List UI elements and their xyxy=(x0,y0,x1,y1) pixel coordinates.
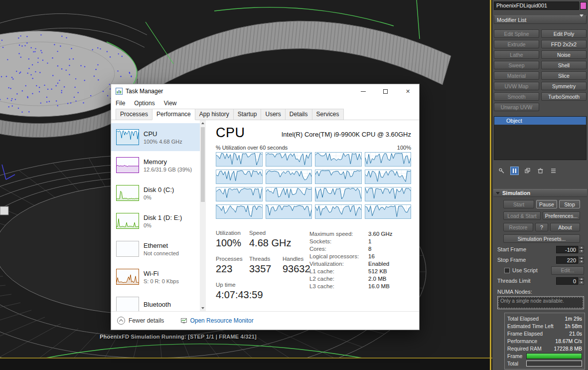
fewer-details-button[interactable]: Fewer details xyxy=(117,317,164,325)
sidebar-item-wi-fi[interactable]: Wi-FiS: 0 R: 0 Kbps xyxy=(111,263,200,291)
disk-0-c-thumbnail-graph xyxy=(116,185,139,201)
start-button[interactable]: Start xyxy=(503,200,534,208)
sidebar-scrollbar[interactable] xyxy=(200,120,206,311)
tab-processes[interactable]: Processes xyxy=(116,109,152,120)
modifier-button-slice[interactable]: Slice xyxy=(541,71,587,80)
object-color-swatch[interactable] xyxy=(580,2,587,9)
help-button[interactable]: ? xyxy=(535,223,548,231)
object-name-field[interactable]: PhoenixFDLiquid001 xyxy=(494,1,579,10)
sidebar-item-detail: 0% xyxy=(144,222,182,228)
stat-label: Up time xyxy=(216,282,263,288)
total-progress-bar xyxy=(526,361,582,367)
scroll-down-icon[interactable] xyxy=(201,305,204,311)
sim-stat-estimated-time-left: Estimated Time Left1h 58m xyxy=(507,322,582,330)
restore-button[interactable]: Restore xyxy=(503,223,533,231)
modifier-stack[interactable]: Object xyxy=(494,116,587,160)
detail-label-l1-cache: L1 cache: xyxy=(309,268,368,274)
modifier-list-dropdown[interactable]: Modifier List xyxy=(494,15,587,24)
pause-button[interactable]: Pause xyxy=(536,200,557,208)
modifier-button-ffd-2x2x2[interactable]: FFD 2x2x2 xyxy=(541,40,587,48)
pin-stack-icon[interactable] xyxy=(497,167,506,175)
stack-item-object[interactable]: Object xyxy=(494,117,586,125)
modifier-button-uvw-map[interactable]: UVW Map xyxy=(494,82,539,90)
sim-stat-required-ram: Required RAM17228.8 MB xyxy=(507,345,582,352)
maximize-button[interactable] xyxy=(374,84,397,98)
simulation-status-text: PhoenixFD Simulation Running: [STEP 1/1 … xyxy=(100,334,257,340)
bluetooth-thumbnail-graph xyxy=(116,297,139,311)
preferences-button[interactable]: Preferences... xyxy=(543,211,580,220)
modifier-button-extrude[interactable]: Extrude xyxy=(494,40,539,48)
sidebar-item-cpu[interactable]: CPU100% 4.68 GHz xyxy=(111,123,200,151)
modifier-button-unwrap-uvw[interactable]: Unwrap UVW xyxy=(494,103,539,111)
load-and-start-button[interactable]: Load & Start xyxy=(503,211,541,220)
modifier-button-sweep[interactable]: Sweep xyxy=(494,61,539,69)
sim-stat-label: Estimated Time Left xyxy=(507,323,554,329)
sidebar-item-detail: S: 0 R: 0 Kbps xyxy=(144,278,179,284)
simulation-stat-rows: Total Elapsed1m 29sEstimated Time Left1h… xyxy=(507,315,582,352)
stop-frame-field[interactable]: 220 xyxy=(556,256,578,264)
task-manager-icon xyxy=(116,88,123,95)
minimize-button[interactable] xyxy=(352,84,374,98)
track-bar xyxy=(0,359,492,370)
stop-frame-label: Stop Frame xyxy=(497,257,526,263)
tab-details[interactable]: Details xyxy=(285,109,312,120)
simulation-rollout-header[interactable]: Simulation xyxy=(493,189,587,197)
scroll-up-icon[interactable] xyxy=(201,120,204,126)
threads-limit-field[interactable]: 0 xyxy=(556,277,578,285)
modifier-button-edit-spline[interactable]: Edit Spline xyxy=(494,29,539,38)
edit-script-button[interactable]: Edit... xyxy=(551,266,584,275)
show-end-result-icon[interactable] xyxy=(510,167,519,175)
maximize-icon xyxy=(383,89,388,94)
stop-button[interactable]: Stop xyxy=(559,200,580,208)
sidebar-item-name: Bluetooth xyxy=(144,301,171,308)
tab-services[interactable]: Services xyxy=(312,109,344,120)
sidebar-item-ethernet[interactable]: EthernetNot connected xyxy=(111,235,200,263)
about-button[interactable]: About xyxy=(550,223,580,231)
tab-startup[interactable]: Startup xyxy=(233,109,262,120)
graph-max-label: 100% xyxy=(397,145,411,151)
tab-performance[interactable]: Performance xyxy=(152,109,195,120)
modifier-button-smooth[interactable]: Smooth xyxy=(494,92,539,101)
core-graph-6 xyxy=(315,170,362,184)
command-panel: PhoenixFDLiquid001 Modifier List Edit Sp… xyxy=(492,0,588,370)
title-bar[interactable]: Task Manager ✕ xyxy=(111,84,419,98)
modifier-button-turbosmooth[interactable]: TurboSmooth xyxy=(541,92,587,101)
menu-item-view[interactable]: View xyxy=(164,100,177,107)
stat-value: 4.68 GHz xyxy=(249,237,291,249)
scrollbar-thumb[interactable] xyxy=(201,127,205,202)
detail-label-sockets: Sockets: xyxy=(309,238,368,244)
tab-users[interactable]: Users xyxy=(261,109,285,120)
core-graph-13 xyxy=(266,204,312,219)
sim-stat-value: 18.67M C/s xyxy=(555,338,582,344)
modifier-button-noise[interactable]: Noise xyxy=(541,50,587,59)
viewport-widget[interactable] xyxy=(0,206,8,215)
modifier-button-edit-poly[interactable]: Edit Poly xyxy=(541,29,587,38)
menu-item-file[interactable]: File xyxy=(116,100,125,107)
stat-label: Processes xyxy=(216,256,247,262)
configure-modifier-sets-icon[interactable] xyxy=(549,167,558,175)
sidebar-item-bluetooth[interactable]: Bluetooth xyxy=(111,291,200,311)
sidebar-item-disk-1-d-e[interactable]: Disk 1 (D: E:)0% xyxy=(111,207,200,235)
remove-modifier-icon[interactable] xyxy=(536,167,545,175)
menu-item-options[interactable]: Options xyxy=(134,100,154,107)
simulation-presets-button[interactable]: Simulation Presets... xyxy=(503,234,580,243)
modifier-button-lathe[interactable]: Lathe xyxy=(494,50,539,59)
modifier-button-shell[interactable]: Shell xyxy=(541,61,587,69)
threads-limit-spinner[interactable] xyxy=(579,277,584,285)
start-frame-spinner[interactable] xyxy=(579,246,584,253)
numa-nodes-list[interactable]: Only a single node available. xyxy=(497,296,584,309)
modifier-button-symmetry[interactable]: Symmetry xyxy=(541,82,587,90)
close-button[interactable]: ✕ xyxy=(397,84,419,98)
sim-stat-label: Performance xyxy=(507,338,537,344)
frame-progress-bar xyxy=(526,353,582,359)
make-unique-icon[interactable] xyxy=(523,167,532,175)
tab-app-history[interactable]: App history xyxy=(195,109,234,120)
modifier-button-material[interactable]: Material xyxy=(494,71,539,80)
use-script-checkbox[interactable] xyxy=(504,268,510,273)
sidebar-item-memory[interactable]: Memory12.6/31.9 GB (39%) xyxy=(111,151,200,179)
resource-monitor-label: Open Resource Monitor xyxy=(190,317,253,324)
stop-frame-spinner[interactable] xyxy=(579,256,584,264)
sidebar-item-disk-0-c[interactable]: Disk 0 (C:)0% xyxy=(111,179,200,207)
open-resource-monitor-link[interactable]: Open Resource Monitor xyxy=(181,317,253,324)
start-frame-field[interactable]: -100 xyxy=(556,246,578,253)
